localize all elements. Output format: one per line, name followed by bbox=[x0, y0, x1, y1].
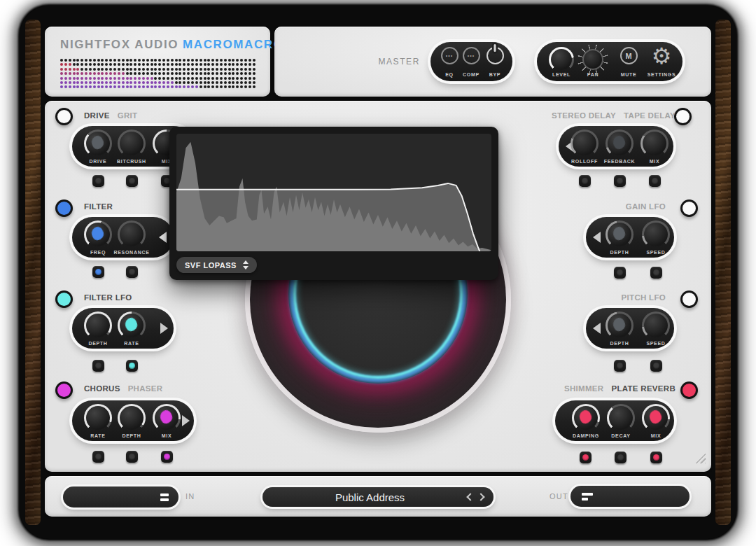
chorus-scroll-right-icon[interactable] bbox=[182, 415, 190, 426]
output-meter-pill[interactable] bbox=[570, 486, 690, 507]
gain-lfo-speed-knob[interactable] bbox=[642, 220, 670, 248]
tab-plate-reverb[interactable]: PLATE REVERB bbox=[611, 384, 676, 393]
preset-prev-chevron-icon[interactable] bbox=[466, 493, 474, 500]
gain-lfo-jack-2[interactable] bbox=[650, 267, 662, 279]
bitcrush-knob[interactable] bbox=[118, 130, 146, 158]
drive-led[interactable] bbox=[55, 108, 73, 125]
pitch-lfo-jack-2[interactable] bbox=[650, 360, 662, 372]
delay-jack-2[interactable] bbox=[614, 175, 626, 187]
delay-led[interactable] bbox=[674, 108, 692, 125]
out-label: OUT bbox=[550, 492, 568, 500]
pitch-lfo-scroll-left-icon[interactable] bbox=[593, 323, 601, 334]
filter-led[interactable] bbox=[55, 200, 73, 217]
delay-jack-1[interactable] bbox=[579, 175, 591, 187]
wood-side-panel-left bbox=[25, 20, 41, 525]
mute-m-icon[interactable]: M bbox=[620, 47, 638, 64]
resonance-knob-label: RESONANCE bbox=[113, 250, 149, 255]
filter-scroll-left-icon[interactable] bbox=[159, 232, 167, 243]
tab-tape-delay[interactable]: TAPE DELAY bbox=[624, 111, 676, 120]
filter-freq-knob[interactable] bbox=[84, 220, 112, 248]
chorus-rate-label: RATE bbox=[90, 433, 105, 438]
tab-chorus[interactable]: CHORUS bbox=[84, 384, 120, 393]
tab-grit[interactable]: GRIT bbox=[118, 111, 138, 120]
filter-jack-2[interactable] bbox=[126, 266, 138, 278]
in-label: IN bbox=[186, 492, 195, 500]
tab-gain-lfo[interactable]: GAIN LFO bbox=[626, 202, 666, 211]
drive-knob[interactable] bbox=[84, 130, 112, 158]
preset-next-chevron-icon[interactable] bbox=[477, 493, 484, 500]
chorus-pill: RATE DEPTH MIX bbox=[72, 400, 194, 441]
tab-stereo-delay[interactable]: STEREO DELAY bbox=[552, 111, 616, 120]
chorus-jack-3[interactable] bbox=[161, 451, 173, 463]
chorus-jack-2[interactable] bbox=[126, 451, 138, 463]
master-label: MASTER bbox=[302, 57, 420, 66]
delay-feedback-knob[interactable] bbox=[606, 130, 634, 158]
level-knob-label: LEVEL bbox=[552, 72, 570, 77]
delay-rolloff-knob[interactable] bbox=[570, 130, 598, 158]
tab-filter[interactable]: FILTER bbox=[84, 202, 113, 211]
filter-lfo-rate-knob[interactable] bbox=[118, 312, 146, 340]
eq-dots-icon[interactable]: ••• bbox=[441, 47, 458, 64]
filter-lfo-jack-2[interactable] bbox=[126, 360, 138, 372]
chorus-jack-1[interactable] bbox=[92, 451, 104, 463]
drive-jack-1[interactable] bbox=[92, 175, 104, 187]
chorus-rate-knob[interactable] bbox=[84, 404, 112, 432]
filter-lfo-scroll-right-icon[interactable] bbox=[160, 323, 168, 334]
tab-phaser[interactable]: PHASER bbox=[128, 384, 163, 393]
freq-knob-label: FREQ bbox=[90, 250, 106, 255]
chorus-led[interactable] bbox=[55, 382, 73, 399]
filter-type-label: SVF LOPASS bbox=[185, 261, 237, 270]
input-meter-pill[interactable] bbox=[63, 486, 178, 507]
chorus-mix-knob[interactable] bbox=[153, 404, 181, 432]
gain-lfo-scroll-left-icon[interactable] bbox=[593, 232, 601, 243]
filter-popup: SVF LOPASS bbox=[169, 127, 498, 280]
drive-jack-2[interactable] bbox=[126, 175, 138, 187]
gain-lfo-depth-knob[interactable] bbox=[606, 220, 634, 248]
pitch-lfo-speed-knob[interactable] bbox=[642, 312, 670, 340]
pan-knob[interactable] bbox=[582, 48, 604, 71]
comp-dots-icon[interactable]: ••• bbox=[463, 47, 480, 64]
sort-icon bbox=[243, 260, 248, 270]
tab-pitch-lfo[interactable]: PITCH LFO bbox=[622, 293, 666, 302]
filter-spectrum-display bbox=[176, 134, 491, 251]
reverb-decay-knob[interactable] bbox=[607, 404, 635, 432]
gain-lfo-jack-1[interactable] bbox=[614, 267, 626, 279]
tab-filter-lfo[interactable]: FILTER LFO bbox=[84, 293, 132, 302]
resize-handle[interactable] bbox=[694, 452, 706, 463]
filter-lfo-led[interactable] bbox=[55, 290, 73, 308]
filter-jack-1[interactable] bbox=[92, 266, 104, 278]
pitch-lfo-depth-knob[interactable] bbox=[606, 312, 634, 340]
bitcrush-knob-label: BITCRUSH bbox=[117, 159, 146, 164]
reverb-jack-1[interactable] bbox=[580, 451, 592, 463]
reverb-jack-3[interactable] bbox=[650, 451, 662, 463]
brand-product: MACROMACRO bbox=[183, 38, 284, 51]
gain-lfo-led[interactable] bbox=[680, 200, 698, 217]
tab-shimmer[interactable]: SHIMMER bbox=[564, 384, 603, 393]
master-buttons-pill: ••• EQ ••• COMP BYP bbox=[430, 42, 512, 81]
filter-type-selector[interactable]: SVF LOPASS bbox=[176, 257, 257, 273]
mute-button-label: MUTE bbox=[621, 72, 637, 77]
dot-matrix-display bbox=[60, 59, 255, 88]
gain-lfo-pill: DEPTH SPEED bbox=[586, 217, 674, 258]
level-knob[interactable] bbox=[549, 47, 574, 72]
pitch-lfo-led[interactable] bbox=[680, 290, 698, 308]
filter-lfo-depth-knob[interactable] bbox=[84, 312, 112, 340]
reverb-led[interactable] bbox=[680, 382, 698, 399]
reverb-damping-knob[interactable] bbox=[572, 404, 600, 432]
delay-jack-3[interactable] bbox=[649, 175, 661, 187]
reverb-mix-knob-label: MIX bbox=[651, 433, 662, 438]
bypass-power-icon[interactable] bbox=[486, 47, 504, 64]
preset-selector[interactable]: Public Address bbox=[262, 487, 493, 507]
settings-gear-icon[interactable]: ⚙ bbox=[652, 47, 672, 65]
delay-mix-knob[interactable] bbox=[640, 130, 668, 158]
filter-resonance-knob[interactable] bbox=[118, 220, 146, 248]
pitch-lfo-jack-1[interactable] bbox=[614, 360, 626, 372]
filter-lfo-jack-1[interactable] bbox=[92, 360, 104, 372]
logo-panel: NIGHTFOX AUDIOMACROMACRO bbox=[45, 27, 270, 97]
chorus-depth-knob[interactable] bbox=[118, 404, 146, 432]
reverb-mix-knob[interactable] bbox=[642, 404, 670, 432]
tab-drive[interactable]: DRIVE bbox=[84, 111, 110, 120]
footer-panel: IN Public Address OUT bbox=[45, 476, 711, 517]
wood-side-panel-right bbox=[715, 20, 731, 525]
reverb-jack-2[interactable] bbox=[615, 451, 626, 463]
